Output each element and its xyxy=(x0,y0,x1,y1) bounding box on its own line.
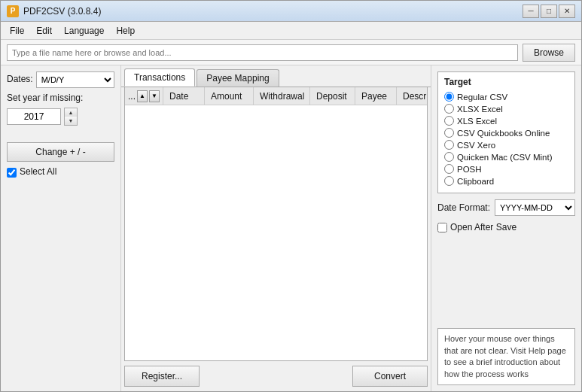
select-all-label: Select All xyxy=(20,166,56,177)
help-box: Hover your mouse over things that are no… xyxy=(437,328,575,385)
target-title: Target xyxy=(444,77,568,87)
table-nav: ... ▲ ▼ xyxy=(125,87,163,105)
radio-posh[interactable]: POSH xyxy=(444,164,568,174)
radio-quicken-mac-input[interactable] xyxy=(444,152,454,162)
radio-csv-qbo[interactable]: CSV Quickbooks Online xyxy=(444,128,568,138)
select-all-row: Select All xyxy=(7,166,114,178)
radio-csv-xero-input[interactable] xyxy=(444,140,454,150)
file-path-input[interactable] xyxy=(7,44,518,61)
date-format-row: Date Format: YYYY-MM-DD MM/DD/YYYY DD/MM… xyxy=(437,199,575,216)
col-description: Descrip xyxy=(397,87,428,105)
menu-bar: File Edit Language Help xyxy=(1,22,581,40)
year-up-button[interactable]: ▲ xyxy=(65,108,77,117)
menu-file[interactable]: File xyxy=(4,24,30,38)
radio-xlsx-excel-input[interactable] xyxy=(444,104,454,114)
col-payee: Payee xyxy=(355,87,397,105)
radio-quicken-mac-label: Quicken Mac (CSV Mint) xyxy=(457,153,553,162)
nav-down-button[interactable]: ▼ xyxy=(149,90,160,102)
col-date: Date xyxy=(163,87,205,105)
radio-clipboard[interactable]: Clipboard xyxy=(444,176,568,186)
menu-language[interactable]: Language xyxy=(58,24,110,38)
radio-csv-qbo-label: CSV Quickbooks Online xyxy=(457,129,550,138)
toolbar: Browse xyxy=(1,40,581,65)
col-amount: Amount xyxy=(205,87,254,105)
open-after-label: Open After Save xyxy=(450,222,516,232)
help-text: Hover your mouse over things that are no… xyxy=(444,334,566,378)
tab-transactions[interactable]: Transactions xyxy=(124,68,195,87)
radio-quicken-mac[interactable]: Quicken Mac (CSV Mint) xyxy=(444,152,568,162)
menu-edit[interactable]: Edit xyxy=(30,24,58,38)
tabs-bar: Transactions Payee Mapping xyxy=(121,65,431,87)
center-bottom: Register... Convert xyxy=(121,361,431,391)
browse-button[interactable]: Browse xyxy=(523,44,575,62)
dates-row: Dates: M/D/Y D/M/Y Y/M/D xyxy=(7,71,114,88)
radio-xls-excel-label: XLS Excel xyxy=(457,117,497,126)
date-format-label: Date Format: xyxy=(437,202,490,213)
transactions-area: ... ▲ ▼ Date Amount Withdrawal Deposit P… xyxy=(124,87,428,361)
left-panel: Dates: M/D/Y D/M/Y Y/M/D Set year if mis… xyxy=(1,65,121,391)
radio-posh-label: POSH xyxy=(457,165,482,174)
radio-csv-xero-label: CSV Xero xyxy=(457,141,495,150)
app-icon: P xyxy=(7,5,19,17)
set-year-label: Set year if missing: xyxy=(7,93,114,103)
center-panel: Transactions Payee Mapping ... ▲ ▼ Date … xyxy=(121,65,431,391)
select-all-checkbox[interactable] xyxy=(7,168,17,178)
dates-label: Dates: xyxy=(7,74,33,84)
right-panel: Target Regular CSV XLSX Excel XLS Excel … xyxy=(431,65,581,391)
minimize-button[interactable]: ─ xyxy=(523,5,539,18)
radio-posh-input[interactable] xyxy=(444,164,454,174)
nav-up-button[interactable]: ▲ xyxy=(137,90,148,102)
open-after-checkbox[interactable] xyxy=(437,223,447,232)
register-button[interactable]: Register... xyxy=(124,366,200,387)
change-button[interactable]: Change + / - xyxy=(7,142,114,162)
ellipsis-label: ... xyxy=(128,91,136,102)
year-spinner[interactable]: ▲ ▼ xyxy=(64,108,78,126)
radio-regular-csv[interactable]: Regular CSV xyxy=(444,92,568,102)
title-controls: ─ □ ✕ xyxy=(523,5,575,18)
radio-csv-xero[interactable]: CSV Xero xyxy=(444,140,568,150)
title-bar: P PDF2CSV (3.0.8.4) ─ □ ✕ xyxy=(1,1,581,22)
radio-xlsx-excel[interactable]: XLSX Excel xyxy=(444,104,568,114)
close-button[interactable]: ✕ xyxy=(559,5,575,18)
radio-clipboard-label: Clipboard xyxy=(457,177,494,186)
radio-regular-csv-label: Regular CSV xyxy=(457,93,507,102)
dates-select[interactable]: M/D/Y D/M/Y Y/M/D xyxy=(36,71,114,88)
target-group: Target Regular CSV XLSX Excel XLS Excel … xyxy=(437,71,575,193)
year-input-row: ▲ ▼ xyxy=(7,108,114,126)
col-withdrawal: Withdrawal xyxy=(254,87,310,105)
col-deposit: Deposit xyxy=(310,87,355,105)
radio-regular-csv-input[interactable] xyxy=(444,92,454,102)
table-body xyxy=(125,105,427,360)
radio-clipboard-input[interactable] xyxy=(444,176,454,186)
table-header: ... ▲ ▼ Date Amount Withdrawal Deposit P… xyxy=(125,87,427,105)
tab-payee-mapping[interactable]: Payee Mapping xyxy=(197,69,279,87)
radio-csv-qbo-input[interactable] xyxy=(444,128,454,138)
radio-xls-excel[interactable]: XLS Excel xyxy=(444,116,568,126)
maximize-button[interactable]: □ xyxy=(541,5,557,18)
window-title: PDF2CSV (3.0.8.4) xyxy=(23,6,101,17)
open-after-row: Open After Save xyxy=(437,222,575,232)
date-format-select[interactable]: YYYY-MM-DD MM/DD/YYYY DD/MM/YYYY MM-DD-Y… xyxy=(495,199,575,216)
year-down-button[interactable]: ▼ xyxy=(65,117,77,125)
year-input[interactable] xyxy=(7,108,61,125)
menu-help[interactable]: Help xyxy=(110,24,141,38)
spacer xyxy=(437,239,575,328)
convert-button[interactable]: Convert xyxy=(352,366,428,387)
radio-xlsx-excel-label: XLSX Excel xyxy=(457,105,503,114)
radio-xls-excel-input[interactable] xyxy=(444,116,454,126)
